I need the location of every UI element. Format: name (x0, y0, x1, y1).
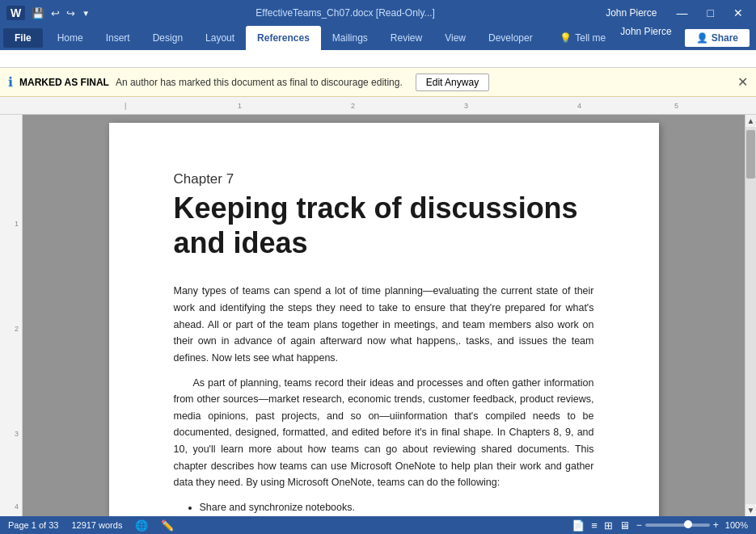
close-bar-button[interactable]: ✕ (737, 74, 748, 90)
chapter-title: Keeping track of discussions and ideas (174, 191, 594, 260)
ruler-inner: | 1 2 3 4 5 (125, 97, 691, 114)
title-bar: W 💾 ↩ ↪ ▼ EffectiveTeams_Ch07.docx [Read… (0, 0, 756, 26)
scroll-track[interactable] (745, 127, 756, 504)
word-logo-icon: W (6, 6, 25, 20)
chapter-label: Chapter 7 (174, 171, 594, 187)
quick-access-toolbar: 💾 ↩ ↪ ▼ (30, 7, 91, 19)
ruler: | 1 2 3 4 5 (0, 97, 756, 115)
view-mode-icon-3[interactable]: ⊞ (604, 519, 613, 532)
scroll-down-arrow[interactable]: ▼ (747, 504, 755, 516)
zoom-level: 100% (725, 520, 748, 530)
ruler-mark-2: 2 (351, 102, 355, 110)
info-icon: ℹ (8, 74, 13, 90)
ruler-mark-4: 4 (577, 102, 581, 110)
tab-insert[interactable]: Insert (95, 26, 141, 50)
zoom-in-icon[interactable]: + (713, 519, 719, 531)
bullet-list: Share and synchronize notebooks. Store a… (200, 499, 594, 516)
zoom-slider[interactable] (645, 523, 710, 527)
zoom-bar: − + (636, 519, 719, 531)
maximize-button[interactable]: □ (701, 0, 720, 26)
left-margin-num-1: 1 (15, 220, 19, 228)
edit-anyway-button[interactable]: Edit Anyway (416, 74, 489, 91)
left-margin-num-3: 3 (15, 430, 19, 438)
status-bar: Page 1 of 33 12917 words 🌐 ✏️ 📄 ≡ ⊞ 🖥 − … (0, 516, 756, 534)
close-button[interactable]: ✕ (727, 0, 750, 26)
tell-me-input[interactable]: 💡 Tell me (551, 26, 614, 50)
track-changes-icon: ✏️ (161, 519, 174, 532)
scrollbar-right[interactable]: ▲ ▼ (745, 115, 756, 516)
tab-home[interactable]: Home (46, 26, 95, 50)
zoom-out-icon[interactable]: − (636, 519, 642, 531)
view-mode-icon-1[interactable]: 📄 (572, 519, 585, 532)
undo-icon[interactable]: ↩ (49, 7, 61, 19)
view-mode-icon-2[interactable]: ≡ (591, 519, 598, 532)
view-mode-icon-4[interactable]: 🖥 (619, 519, 630, 532)
document-title: EffectiveTeams_Ch07.docx [Read-Only...] (91, 7, 599, 19)
zoom-slider-thumb[interactable] (684, 520, 692, 528)
scroll-up-arrow[interactable]: ▲ (747, 115, 755, 127)
ruler-mark-0: | (125, 102, 126, 110)
left-margin-ruler: 1 2 3 4 (0, 115, 23, 516)
lightbulb-icon: 💡 (560, 32, 572, 44)
bullet-item-1: Share and synchronize notebooks. (200, 499, 594, 516)
marked-final-message: An author has marked this document as fi… (116, 77, 403, 88)
minimize-button[interactable]: — (670, 0, 695, 26)
ribbon-username: John Pierce (614, 26, 678, 50)
paragraph-2: As part of planning, teams record their … (174, 375, 594, 491)
ruler-mark-3: 3 (464, 102, 468, 110)
main-area: 1 2 3 4 Chapter 7 Keeping track of discu… (0, 115, 756, 516)
document-page: Chapter 7 Keeping track of discussions a… (109, 123, 659, 516)
paragraph-1: Many types of teams can spend a lot of t… (174, 283, 594, 366)
document-scroll-area: Chapter 7 Keeping track of discussions a… (23, 115, 745, 516)
customize-icon[interactable]: ▼ (80, 9, 91, 18)
username-label: John Pierce (599, 7, 663, 19)
left-margin-num-4: 4 (15, 502, 19, 511)
tab-design[interactable]: Design (141, 26, 194, 50)
tab-layout[interactable]: Layout (194, 26, 246, 50)
left-margin-num-2: 2 (15, 325, 19, 333)
redo-icon[interactable]: ↪ (65, 7, 77, 19)
tab-view[interactable]: View (433, 26, 477, 50)
ribbon-tabs: File Home Insert Design Layout Reference… (0, 26, 756, 50)
ruler-mark-1: 1 (238, 102, 242, 110)
status-bar-right: 📄 ≡ ⊞ 🖥 − + 100% (572, 519, 748, 532)
page-info: Page 1 of 33 (8, 520, 58, 530)
marked-final-label: MARKED AS FINAL (19, 77, 109, 88)
share-icon: 👤 (696, 32, 708, 44)
save-icon[interactable]: 💾 (30, 7, 46, 19)
tab-mailings[interactable]: Mailings (321, 26, 379, 50)
marked-final-bar: ℹ MARKED AS FINAL An author has marked t… (0, 68, 756, 97)
scroll-thumb[interactable] (746, 130, 755, 179)
word-count: 12917 words (71, 520, 122, 530)
ruler-mark-5: 5 (674, 102, 678, 110)
tab-file[interactable]: File (3, 28, 43, 48)
ribbon-commands (0, 50, 756, 68)
title-bar-left: W 💾 ↩ ↪ ▼ (6, 6, 91, 20)
title-bar-right: John Pierce — □ ✕ (599, 0, 750, 26)
share-button[interactable]: 👤 Share (685, 29, 750, 47)
language-icon: 🌐 (135, 519, 148, 532)
tab-review[interactable]: Review (379, 26, 433, 50)
tab-developer[interactable]: Developer (477, 26, 544, 50)
tab-references[interactable]: References (246, 26, 321, 50)
